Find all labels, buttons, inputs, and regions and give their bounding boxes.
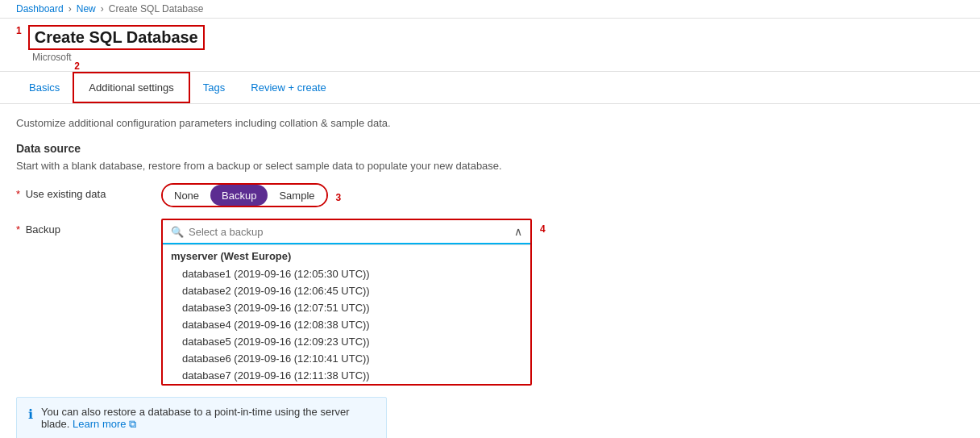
info-learn-more-link[interactable]: Learn more ⧉ (73, 418, 136, 430)
breadcrumb: Dashboard › New › Create SQL Database (16, 3, 964, 15)
annotation-1: 1 (16, 25, 22, 36)
tab-tags[interactable]: Tags (190, 73, 238, 103)
tab-review-create[interactable]: Review + create (238, 73, 339, 103)
top-bar: Dashboard › New › Create SQL Database (0, 0, 980, 19)
tabs-bar: Basics 2 Additional settings Tags Review… (0, 72, 980, 104)
backup-label: * Backup (16, 219, 161, 236)
option-backup[interactable]: Backup (210, 185, 268, 206)
search-icon: 🔍 (171, 226, 184, 238)
info-box: ℹ You can also restore a database to a p… (16, 397, 387, 438)
breadcrumb-dashboard[interactable]: Dashboard (16, 3, 64, 15)
list-item[interactable]: database1 (2019-09-16 (12:05:30 UTC)) (163, 265, 530, 282)
list-item[interactable]: database4 (2019-09-16 (12:08:38 UTC)) (163, 316, 530, 333)
use-existing-data-label: * Use existing data (16, 183, 161, 200)
annotation-4: 4 (540, 219, 546, 235)
backup-search-input[interactable] (189, 226, 514, 238)
list-item[interactable]: database5 (2019-09-16 (12:09:23 UTC)) (163, 333, 530, 350)
annotation-2: 2 (74, 60, 80, 72)
page-subtitle: Microsoft (32, 52, 964, 63)
content-description: Customize additional configuration param… (16, 117, 629, 129)
additional-settings-tab-box: Additional settings (73, 72, 190, 103)
data-source-desc: Start with a blank database, restore fro… (16, 160, 629, 172)
data-source-section: Data source Start with a blank database,… (16, 142, 629, 438)
use-existing-data-control: None Backup Sample 3 (161, 183, 629, 207)
page-header: 1 Create SQL Database Microsoft (0, 19, 980, 72)
tab-basics[interactable]: Basics (16, 73, 73, 103)
chevron-up-icon[interactable]: ∧ (514, 225, 522, 238)
annotation-3: 3 (336, 187, 342, 203)
tab-additional-settings[interactable]: Additional settings (76, 73, 187, 102)
main-content: Customize additional configuration param… (0, 104, 645, 438)
option-none[interactable]: None (163, 185, 210, 206)
list-item[interactable]: database3 (2019-09-16 (12:07:51 UTC)) (163, 299, 530, 316)
backup-control: 🔍 ∧ myserver (West Europe) database1 (20… (161, 219, 629, 386)
info-text: You can also restore a database to a poi… (41, 406, 375, 431)
list-item[interactable]: database7 (2019-09-16 (12:11:38 UTC)) (163, 367, 530, 384)
backup-server-group: myserver (West Europe) (163, 245, 530, 265)
info-icon: ℹ (28, 407, 33, 431)
backup-dropdown: 🔍 ∧ myserver (West Europe) database1 (20… (161, 219, 532, 386)
option-sample[interactable]: Sample (268, 185, 326, 206)
page-title: Create SQL Database (35, 28, 198, 47)
data-source-title: Data source (16, 142, 629, 155)
list-item[interactable]: database6 (2019-09-16 (12:10:41 UTC)) (163, 350, 530, 367)
breadcrumb-current: Create SQL Database (109, 3, 204, 15)
backup-list: myserver (West Europe) database1 (2019-0… (163, 244, 530, 384)
page-title-box: Create SQL Database (28, 25, 205, 50)
backup-row: * Backup 🔍 ∧ myserver (West Europe) (16, 219, 629, 386)
data-source-options: None Backup Sample (161, 183, 328, 207)
breadcrumb-new[interactable]: New (77, 3, 96, 15)
list-item[interactable]: database2 (2019-09-16 (12:06:45 UTC)) (163, 282, 530, 299)
use-existing-data-row: * Use existing data None Backup Sample 3 (16, 183, 629, 207)
backup-search-bar: 🔍 ∧ (163, 220, 530, 244)
